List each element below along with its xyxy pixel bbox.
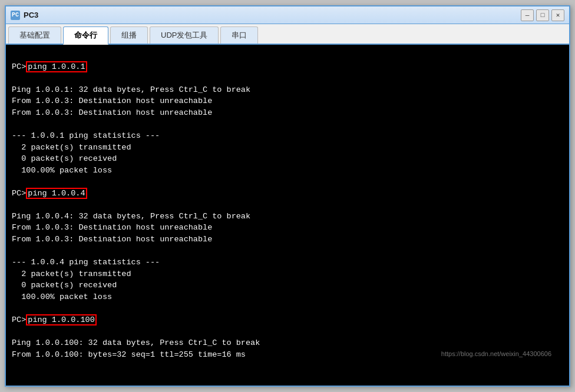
line-ping1-info: Ping 1.0.0.1: 32 data bytes, Press Ctrl_…: [12, 85, 250, 94]
minimize-button[interactable]: —: [521, 9, 534, 21]
cmd-highlight-3: ping 1.0.0.100: [26, 314, 96, 325]
line-ping4-unreachable1: From 1.0.0.3: Destination host unreachab…: [12, 223, 212, 232]
title-buttons: — □ ✕: [521, 9, 564, 21]
line-ping4-received: 0 packet(s) received: [12, 281, 117, 290]
prompt-1: PC>: [12, 62, 26, 71]
tab-serial[interactable]: 串口: [220, 26, 258, 44]
window-icon: PC: [11, 11, 20, 20]
terminal[interactable]: PC>ping 1.0.0.1 Ping 1.0.0.1: 32 data by…: [6, 45, 569, 386]
tab-command-line[interactable]: 命令行: [63, 26, 108, 45]
terminal-wrapper: PC>ping 1.0.0.1 Ping 1.0.0.1: 32 data by…: [6, 45, 569, 386]
line-ping4-stats: --- 1.0.0.4 ping statistics ---: [12, 258, 160, 267]
tab-bar: 基础配置 命令行 组播 UDP发包工具 串口: [6, 24, 569, 45]
cmd-highlight-1: ping 1.0.0.1: [26, 61, 87, 72]
content-area: PC>ping 1.0.0.1 Ping 1.0.0.1: 32 data by…: [6, 45, 569, 386]
line-ping1-loss: 100.00% packet loss: [12, 166, 112, 175]
cmd-highlight-2: ping 1.0.0.4: [26, 188, 87, 199]
line-ping1-transmitted: 2 packet(s) transmitted: [12, 143, 131, 152]
line-ping4-loss: 100.00% packet loss: [12, 293, 112, 301]
close-button[interactable]: ✕: [551, 9, 564, 21]
line-ping100-info: Ping 1.0.0.100: 32 data bytes, Press Ctr…: [12, 338, 260, 347]
watermark: https://blog.csdn.net/weixin_44300606: [6, 350, 551, 359]
window-title: PC3: [24, 11, 38, 19]
tab-basic-config[interactable]: 基础配置: [8, 26, 61, 44]
maximize-button[interactable]: □: [536, 9, 549, 21]
line-ping1-stats: --- 1.0.0.1 ping statistics ---: [12, 131, 160, 140]
tab-multicast[interactable]: 组播: [110, 26, 148, 44]
main-window: PC PC3 — □ ✕ 基础配置 命令行 组播 UDP发包工具 串口 PC>p…: [5, 5, 570, 387]
prompt-2: PC>: [12, 189, 26, 198]
title-bar: PC PC3 — □ ✕: [6, 6, 569, 24]
line-ping4-unreachable2: From 1.0.0.3: Destination host unreachab…: [12, 235, 212, 244]
line-ping4-info: Ping 1.0.0.4: 32 data bytes, Press Ctrl_…: [12, 212, 250, 221]
prompt-3: PC>: [12, 315, 26, 324]
line-ping1-unreachable2: From 1.0.0.3: Destination host unreachab…: [12, 108, 212, 117]
tab-udp-tool[interactable]: UDP发包工具: [150, 26, 219, 44]
line-ping1-received: 0 packet(s) received: [12, 154, 117, 163]
line-ping4-transmitted: 2 packet(s) transmitted: [12, 270, 131, 278]
title-bar-left: PC PC3: [11, 11, 38, 20]
line-ping1-unreachable1: From 1.0.0.3: Destination host unreachab…: [12, 97, 212, 105]
